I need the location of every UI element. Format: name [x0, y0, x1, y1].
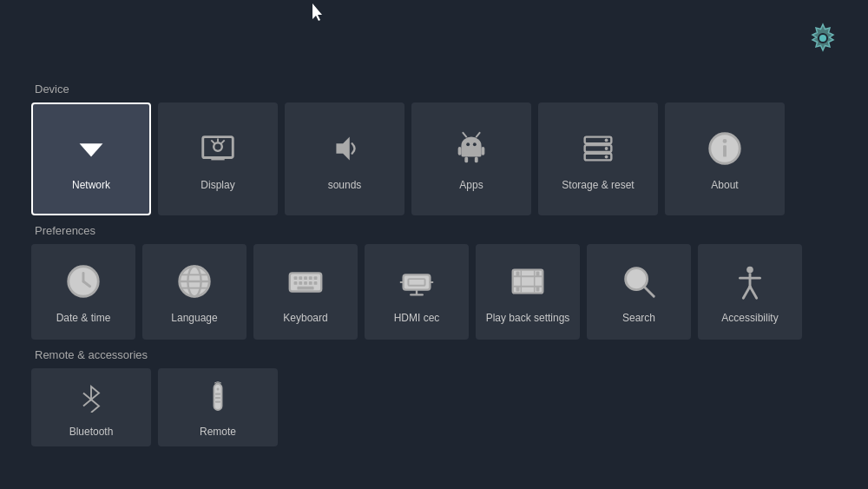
remote-icon	[196, 377, 240, 417]
svg-point-2	[819, 35, 826, 42]
tile-playback[interactable]: Play back settings	[476, 244, 580, 340]
svg-rect-77	[215, 393, 220, 395]
svg-rect-5	[211, 158, 224, 161]
preferences-section: Preferences Date & time	[0, 224, 868, 340]
svg-point-29	[723, 139, 727, 143]
storage-icon	[576, 127, 620, 170]
svg-point-25	[605, 147, 608, 150]
svg-rect-13	[458, 147, 462, 155]
search-label: Search	[622, 312, 655, 324]
svg-marker-10	[336, 137, 349, 161]
svg-line-70	[743, 287, 750, 298]
globe-icon	[173, 260, 216, 303]
svg-point-24	[605, 139, 608, 142]
svg-point-19	[466, 142, 470, 146]
accessibility-icon	[728, 260, 772, 303]
svg-rect-14	[482, 147, 485, 155]
svg-rect-43	[314, 276, 318, 280]
language-label: Language	[171, 312, 217, 324]
tile-bluetooth[interactable]: Bluetooth	[31, 368, 151, 446]
preferences-tiles-row: Date & time Language	[31, 244, 837, 340]
search-icon	[617, 260, 661, 303]
svg-line-7	[211, 140, 214, 143]
svg-rect-15	[464, 157, 468, 163]
volume-icon	[323, 127, 366, 170]
wifi-icon	[69, 127, 113, 170]
svg-marker-3	[80, 143, 103, 156]
svg-rect-59	[516, 272, 520, 277]
tile-datetime[interactable]: Date & time	[31, 244, 135, 340]
display-label: Display	[201, 179, 234, 191]
svg-rect-41	[304, 276, 307, 280]
accessibility-label: Accessibility	[721, 312, 778, 324]
display-icon	[196, 127, 240, 170]
svg-rect-48	[314, 281, 318, 285]
svg-line-17	[463, 133, 466, 137]
tile-display[interactable]: Display	[158, 102, 278, 215]
settings-icon[interactable]	[802, 17, 844, 59]
device-tiles-row: Network Display	[31, 102, 837, 215]
hdmi-icon	[395, 260, 438, 303]
svg-rect-47	[309, 281, 312, 285]
svg-rect-16	[475, 157, 478, 163]
svg-line-71	[750, 287, 757, 298]
svg-point-76	[217, 388, 220, 391]
svg-rect-39	[294, 276, 298, 280]
svg-line-73	[83, 393, 91, 400]
tile-remote[interactable]: Remote	[158, 368, 278, 446]
svg-point-6	[214, 142, 222, 151]
tile-language[interactable]: Language	[142, 244, 247, 340]
cursor	[312, 3, 326, 21]
svg-rect-40	[299, 276, 302, 280]
android-icon	[450, 127, 493, 170]
tile-keyboard[interactable]: Keyboard	[253, 244, 358, 340]
svg-line-66	[644, 287, 654, 297]
keyboard-label: Keyboard	[283, 312, 327, 324]
tile-apps[interactable]: Apps	[411, 102, 531, 215]
remote-tiles-row: Bluetooth Remote	[31, 368, 837, 446]
hdmi-label: HDMI cec	[394, 312, 440, 324]
apps-label: Apps	[459, 179, 483, 191]
svg-line-8	[221, 140, 225, 143]
tile-storage[interactable]: Storage & reset	[538, 102, 658, 215]
svg-rect-79	[215, 401, 220, 403]
svg-line-18	[477, 133, 480, 137]
datetime-label: Date & time	[56, 312, 111, 324]
device-section: Device Network Display	[0, 83, 868, 215]
remote-label: Remote & accessories	[31, 348, 837, 361]
remote-section: Remote & accessories Bluetooth	[0, 348, 868, 446]
preferences-label: Preferences	[31, 224, 837, 237]
sounds-label: sounds	[328, 179, 362, 191]
keyboard-icon	[284, 260, 327, 303]
info-icon	[703, 127, 746, 170]
svg-rect-60	[536, 272, 540, 277]
network-label: Network	[72, 179, 110, 191]
bluetooth-icon	[69, 377, 113, 417]
svg-rect-62	[536, 287, 540, 292]
svg-line-74	[83, 400, 91, 406]
svg-rect-44	[294, 281, 298, 285]
tile-accessibility[interactable]: Accessibility	[698, 244, 802, 340]
storage-label: Storage & reset	[562, 179, 634, 191]
svg-rect-61	[516, 287, 520, 292]
tile-search[interactable]: Search	[587, 244, 691, 340]
svg-point-26	[605, 155, 608, 159]
svg-rect-49	[297, 287, 313, 290]
svg-point-20	[473, 142, 477, 146]
device-label: Device	[31, 83, 837, 96]
bluetooth-label: Bluetooth	[69, 426, 114, 438]
tile-hdmi[interactable]: HDMI cec	[365, 244, 469, 340]
svg-rect-12	[462, 145, 482, 156]
playback-label: Play back settings	[486, 312, 570, 324]
svg-rect-50	[404, 274, 431, 289]
tile-sounds[interactable]: sounds	[285, 102, 404, 215]
svg-rect-45	[299, 281, 302, 285]
svg-rect-78	[215, 397, 220, 399]
svg-point-67	[746, 267, 753, 274]
svg-rect-42	[309, 276, 312, 280]
film-icon	[506, 260, 549, 303]
clock-icon	[62, 260, 105, 303]
tile-network[interactable]: Network	[31, 102, 151, 215]
about-label: About	[711, 179, 738, 191]
tile-about[interactable]: About	[665, 102, 785, 215]
